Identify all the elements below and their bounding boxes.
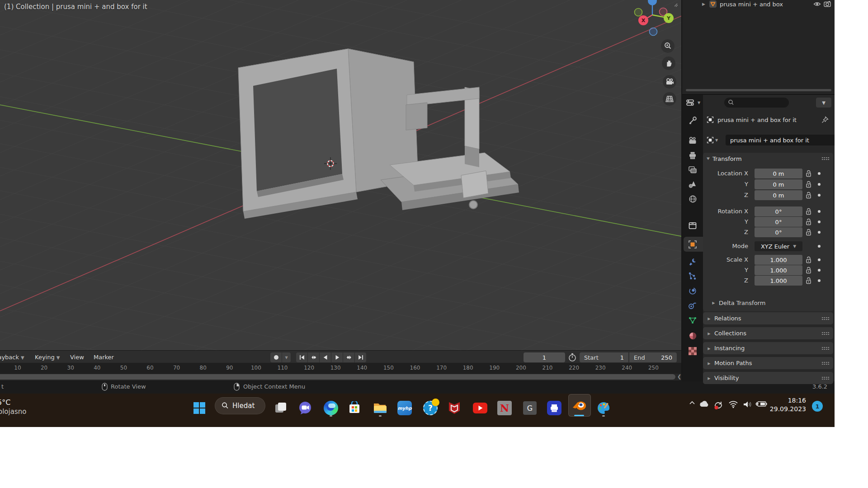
- panel-collections[interactable]: ▶Collections: [703, 327, 833, 339]
- animate-dot[interactable]: [818, 194, 821, 197]
- chat-app-button[interactable]: [295, 398, 315, 418]
- panel-drag-grip[interactable]: [821, 361, 830, 365]
- pan-tool-button[interactable]: [662, 56, 675, 70]
- mcafee-button[interactable]: [444, 398, 464, 418]
- animate-dot[interactable]: [818, 231, 821, 234]
- animate-dot[interactable]: [818, 245, 821, 248]
- tray-expand-button[interactable]: [688, 400, 697, 405]
- camera-view-button[interactable]: [663, 75, 676, 89]
- tab-particles[interactable]: [682, 269, 703, 283]
- tab-tool[interactable]: [682, 114, 703, 127]
- taskbar-search[interactable]: Hledat: [215, 397, 265, 414]
- value-field[interactable]: 0 m: [755, 179, 802, 189]
- animate-dot[interactable]: [818, 221, 821, 223]
- navigation-gizmo[interactable]: X Y: [632, 0, 679, 40]
- animate-dot[interactable]: [818, 172, 821, 175]
- tab-output[interactable]: [682, 149, 703, 162]
- tab-constraints[interactable]: [682, 299, 703, 312]
- area-corner-handle[interactable]: [673, 1, 679, 6]
- unlocked-icon[interactable]: [806, 229, 811, 236]
- outliner-editor[interactable]: ▶ prusa mini + and box: [682, 0, 835, 93]
- timeline-editor[interactable]: Playback▼ Keying▼ View Marker ▼ 1 Start1…: [0, 350, 681, 381]
- editor-type-button[interactable]: ▼: [686, 98, 700, 107]
- tab-texture[interactable]: [682, 344, 703, 358]
- search-input[interactable]: [736, 98, 788, 108]
- toggle-grid-button[interactable]: [663, 92, 676, 106]
- taskbar-clock[interactable]: 18:16 29.09.2023: [760, 396, 806, 413]
- unlocked-icon[interactable]: [806, 192, 811, 199]
- myhp-app-button[interactable]: myhp: [395, 398, 415, 418]
- netflix-button[interactable]: N: [495, 398, 514, 418]
- start-button[interactable]: [189, 398, 209, 418]
- blender-app-button[interactable]: [568, 394, 591, 417]
- tab-collection[interactable]: [682, 219, 703, 232]
- unlocked-icon[interactable]: [806, 267, 811, 274]
- value-field[interactable]: 0 m: [755, 190, 802, 200]
- notification-count-badge[interactable]: 1: [812, 401, 823, 412]
- microsoft-store-button[interactable]: [344, 398, 364, 418]
- panel-drag-grip[interactable]: [821, 376, 830, 380]
- current-frame-field[interactable]: 1: [524, 352, 565, 362]
- jump-to-start-button[interactable]: [296, 352, 307, 362]
- timeline-ruler[interactable]: 1020304050607080901001101201301401501601…: [0, 363, 681, 374]
- tab-scene[interactable]: [682, 178, 703, 191]
- panel-drag-grip[interactable]: [821, 157, 830, 160]
- menu-view[interactable]: View: [70, 353, 84, 362]
- scrollbar-handle[interactable]: [0, 374, 675, 380]
- animate-dot[interactable]: [818, 183, 821, 186]
- tab-object[interactable]: [682, 238, 703, 251]
- properties-editor[interactable]: ▼ ▼ prusa mini + and box for it ▼ prusa …: [682, 94, 835, 381]
- onedrive-tray-icon[interactable]: [698, 400, 710, 408]
- menu-keying[interactable]: Keying▼: [35, 353, 60, 362]
- jump-to-end-button[interactable]: [355, 352, 366, 362]
- panel-open-chevron[interactable]: ❮: [677, 374, 681, 380]
- outliner-object-row[interactable]: ▶ prusa mini + and box: [682, 0, 835, 8]
- auto-keying-button[interactable]: [270, 352, 282, 362]
- value-field[interactable]: 1.000: [755, 255, 802, 265]
- unlocked-icon[interactable]: [806, 170, 811, 177]
- unlocked-icon[interactable]: [806, 218, 811, 225]
- panel-visibility[interactable]: ▶Visibility: [703, 372, 833, 384]
- hp-support-button[interactable]: ?: [420, 398, 440, 418]
- tab-world[interactable]: [682, 192, 703, 206]
- render-visibility-camera-icon[interactable]: [824, 1, 831, 7]
- delta-transform-header[interactable]: ▶ Delta Transform: [708, 298, 765, 307]
- object-name-field[interactable]: prusa mini + and box for it: [726, 135, 835, 145]
- keying-set-dropdown[interactable]: ▼: [282, 352, 291, 362]
- outliner-object-label[interactable]: prusa mini + and box: [720, 1, 813, 8]
- zoom-tool-button[interactable]: [661, 39, 675, 53]
- next-keyframe-button[interactable]: [343, 352, 354, 362]
- menu-marker[interactable]: Marker: [94, 353, 114, 362]
- pin-icon[interactable]: [821, 116, 829, 123]
- frame-end-field[interactable]: End250: [629, 352, 677, 362]
- printer-app-button[interactable]: [544, 398, 564, 418]
- menu-playback[interactable]: Playback▼: [0, 353, 24, 362]
- animate-dot[interactable]: [818, 269, 821, 272]
- animate-dot[interactable]: [818, 258, 821, 261]
- animate-dot[interactable]: [818, 279, 821, 282]
- transform-panel-header[interactable]: ▼ Transform: [703, 153, 833, 164]
- tab-object-data[interactable]: [682, 314, 703, 327]
- unlocked-icon[interactable]: [806, 208, 811, 215]
- value-field[interactable]: 1.000: [755, 276, 802, 286]
- use-preview-range-button[interactable]: [568, 353, 577, 364]
- tab-physics[interactable]: [682, 284, 703, 298]
- panel-motion-paths[interactable]: ▶Motion Paths: [703, 357, 833, 369]
- object-id-icon-button[interactable]: ▼: [707, 136, 718, 144]
- timeline-scrollbar[interactable]: [0, 374, 681, 381]
- previous-keyframe-button[interactable]: [308, 352, 319, 362]
- value-field[interactable]: 0°: [755, 227, 802, 237]
- 3d-viewport[interactable]: (1) Collection | prusa mini + and box fo…: [0, 0, 681, 350]
- wifi-tray-icon[interactable]: [727, 400, 739, 408]
- volume-tray-icon[interactable]: [741, 400, 753, 408]
- properties-search-field[interactable]: [724, 98, 789, 108]
- play-reverse-button[interactable]: [320, 352, 331, 362]
- panel-instancing[interactable]: ▶Instancing: [703, 342, 833, 354]
- tab-material[interactable]: [682, 329, 703, 343]
- value-field[interactable]: 0°: [755, 206, 802, 216]
- unlocked-icon[interactable]: [806, 256, 811, 263]
- expand-arrow-icon[interactable]: ▶: [702, 2, 705, 6]
- frame-start-field[interactable]: Start1: [580, 352, 628, 362]
- panel-drag-grip[interactable]: [821, 347, 830, 350]
- value-field[interactable]: 0 m: [755, 169, 802, 178]
